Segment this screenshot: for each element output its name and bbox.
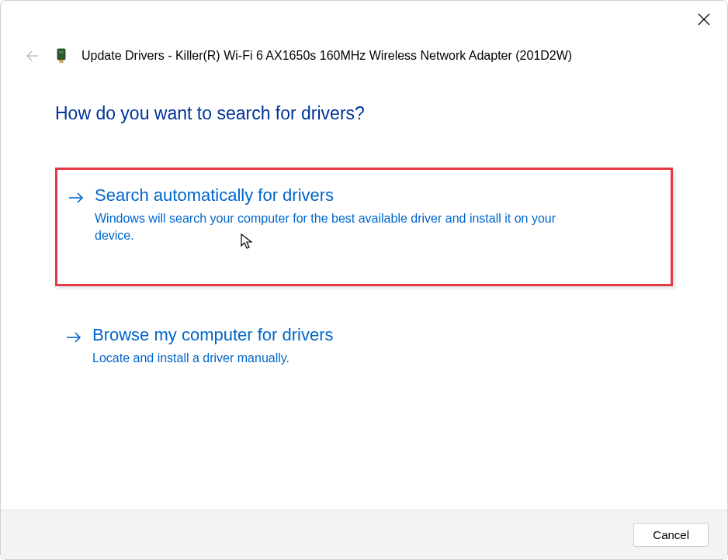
svg-rect-5: [60, 60, 64, 63]
option-title: Browse my computer for drivers: [92, 325, 334, 345]
option-browse-computer[interactable]: Browse my computer for drivers Locate an…: [55, 309, 673, 384]
close-icon: [698, 13, 710, 26]
question-heading: How do you want to search for drivers?: [55, 103, 673, 124]
cancel-button[interactable]: Cancel: [633, 523, 709, 547]
dialog-footer: Cancel: [1, 510, 727, 559]
option-text: Search automatically for drivers Windows…: [95, 185, 584, 245]
svg-rect-4: [59, 50, 64, 54]
close-button[interactable]: [695, 10, 713, 29]
option-description: Windows will search your computer for th…: [95, 210, 584, 245]
dialog-content: How do you want to search for drivers? S…: [1, 64, 727, 510]
option-title: Search automatically for drivers: [95, 185, 584, 206]
dialog-header: Update Drivers - Killer(R) Wi-Fi 6 AX165…: [1, 1, 727, 64]
option-text: Browse my computer for drivers Locate an…: [92, 325, 334, 367]
arrow-right-icon: [66, 330, 81, 345]
arrow-right-icon: [68, 190, 84, 206]
dialog-title: Update Drivers - Killer(R) Wi-Fi 6 AX165…: [81, 49, 572, 63]
back-button[interactable]: [24, 47, 41, 64]
device-icon: [55, 47, 68, 64]
option-search-automatically[interactable]: Search automatically for drivers Windows…: [55, 168, 673, 286]
update-drivers-dialog: Update Drivers - Killer(R) Wi-Fi 6 AX165…: [0, 0, 728, 560]
option-description: Locate and install a driver manually.: [92, 350, 334, 367]
back-arrow-icon: [26, 49, 40, 63]
